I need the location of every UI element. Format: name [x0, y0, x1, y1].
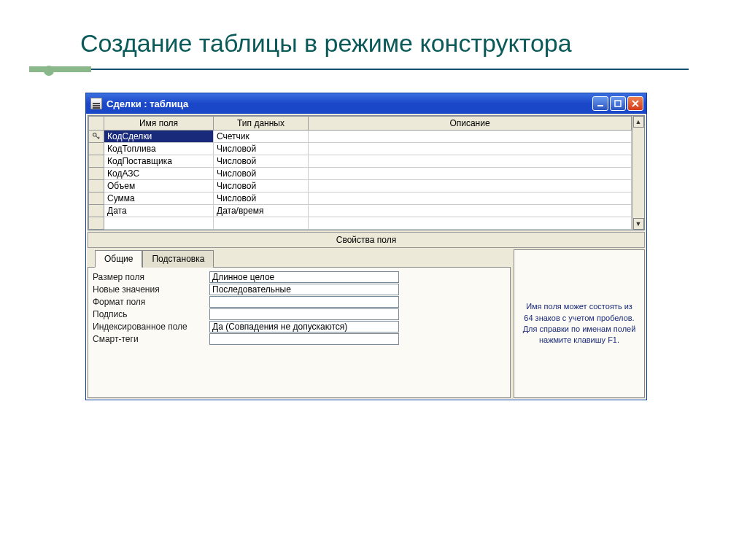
field-type-cell[interactable]: Числовой	[214, 155, 309, 168]
row-selector[interactable]	[89, 168, 104, 180]
property-value-input[interactable]	[209, 296, 399, 308]
property-value-input[interactable]: Длинное целое	[209, 271, 399, 283]
field-design-grid[interactable]: Имя поля Тип данных Описание КодСделкиСч…	[88, 116, 632, 230]
slide-title: Создание таблицы в режиме конструктора	[80, 29, 689, 58]
property-row: Подпись	[93, 308, 506, 320]
title-divider	[29, 66, 689, 72]
tab-general[interactable]: Общие	[95, 250, 142, 268]
field-type-cell[interactable]: Числовой	[214, 143, 309, 155]
property-value-input[interactable]: Да (Совпадения не допускаются)	[209, 321, 399, 332]
titlebar[interactable]: Сделки : таблица	[86, 93, 646, 114]
field-properties-title: Свойства поля	[88, 232, 645, 248]
property-label: Подпись	[93, 309, 209, 319]
property-row: Смарт-теги	[93, 332, 506, 345]
property-label: Новые значения	[93, 284, 209, 295]
field-type-cell[interactable]: Счетчик	[214, 131, 309, 143]
property-label: Смарт-теги	[93, 334, 209, 344]
svg-rect-1	[615, 101, 621, 106]
scroll-up-button[interactable]: ▲	[633, 116, 644, 128]
property-label: Формат поля	[93, 297, 209, 307]
property-value-input[interactable]: Последовательные	[209, 284, 399, 295]
row-selector[interactable]	[89, 217, 104, 230]
row-selector[interactable]	[89, 155, 104, 168]
field-name-cell[interactable]: Объем	[104, 180, 214, 192]
window-title: Сделки : таблица	[107, 98, 592, 109]
svg-rect-0	[597, 105, 603, 106]
grid-header-row: Имя поля Тип данных Описание	[89, 117, 632, 131]
property-label: Индексированное поле	[93, 322, 209, 332]
vertical-scrollbar[interactable]: ▲ ▼	[632, 116, 644, 230]
help-text: Имя поля может состоять из 64 знаков с у…	[522, 301, 637, 346]
field-desc-cell[interactable]	[309, 192, 632, 205]
field-desc-cell[interactable]	[309, 155, 632, 168]
field-name-cell[interactable]: КодТоплива	[104, 143, 214, 155]
field-type-cell[interactable]: Дата/время	[214, 205, 309, 217]
access-design-window: Сделки : таблица Имя поля	[85, 93, 647, 400]
key-icon	[92, 132, 101, 141]
col-header-desc[interactable]: Описание	[309, 117, 632, 131]
field-name-cell[interactable]: КодАЗС	[104, 168, 214, 180]
table-row[interactable]: КодТопливаЧисловой	[89, 143, 632, 155]
field-type-cell[interactable]: Числовой	[214, 192, 309, 205]
field-type-cell[interactable]: Числовой	[214, 180, 309, 192]
table-row[interactable]	[89, 217, 632, 230]
table-icon	[90, 98, 102, 109]
property-row: Индексированное полеДа (Совпадения не до…	[93, 320, 506, 332]
table-row[interactable]: КодАЗСЧисловой	[89, 168, 632, 180]
field-name-cell[interactable]: Сумма	[104, 192, 214, 205]
col-header-type[interactable]: Тип данных	[214, 117, 309, 131]
field-type-cell[interactable]	[214, 217, 309, 230]
field-desc-cell[interactable]	[309, 143, 632, 155]
row-selector-header	[89, 117, 104, 131]
property-row: Формат поля	[93, 295, 506, 308]
property-row: Размер поляДлинное целое	[93, 271, 506, 283]
field-name-cell[interactable]: КодСделки	[104, 131, 214, 143]
help-panel: Имя поля может состоять из 64 знаков с у…	[514, 249, 645, 398]
property-value-input[interactable]	[209, 308, 399, 320]
row-selector[interactable]	[89, 205, 104, 217]
field-name-cell[interactable]: КодПоставщика	[104, 155, 214, 168]
field-name-cell[interactable]	[104, 217, 214, 230]
row-selector[interactable]	[89, 192, 104, 205]
row-selector[interactable]	[89, 180, 104, 192]
field-name-cell[interactable]: Дата	[104, 205, 214, 217]
property-value-input[interactable]	[209, 333, 399, 345]
field-desc-cell[interactable]	[309, 131, 632, 143]
field-desc-cell[interactable]	[309, 168, 632, 180]
property-row: Новые значенияПоследовательные	[93, 283, 506, 295]
table-row[interactable]: ОбъемЧисловой	[89, 180, 632, 192]
col-header-name[interactable]: Имя поля	[104, 117, 214, 131]
tab-lookup[interactable]: Подстановка	[142, 250, 214, 268]
table-row[interactable]: СуммаЧисловой	[89, 192, 632, 205]
table-row[interactable]: ДатаДата/время	[89, 205, 632, 217]
close-button[interactable]	[627, 96, 643, 111]
field-desc-cell[interactable]	[309, 205, 632, 217]
table-row[interactable]: КодСделкиСчетчик	[89, 131, 632, 143]
scroll-down-button[interactable]: ▼	[633, 218, 644, 230]
property-label: Размер поля	[93, 272, 209, 282]
maximize-button[interactable]	[610, 96, 626, 111]
table-row[interactable]: КодПоставщикаЧисловой	[89, 155, 632, 168]
field-desc-cell[interactable]	[309, 180, 632, 192]
properties-pane: Размер поляДлинное целоеНовые значенияПо…	[88, 267, 511, 398]
field-desc-cell[interactable]	[309, 217, 632, 230]
row-selector[interactable]	[89, 143, 104, 155]
field-type-cell[interactable]: Числовой	[214, 168, 309, 180]
minimize-button[interactable]	[592, 96, 608, 111]
primary-key-indicator[interactable]	[89, 131, 104, 143]
